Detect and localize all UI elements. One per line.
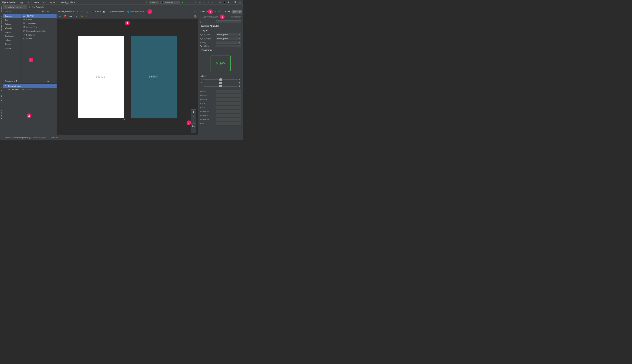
palette-item-switch[interactable]: ◐Switch bbox=[22, 37, 56, 40]
night-icon[interactable]: ◐ bbox=[86, 10, 89, 14]
rail-build-variants[interactable]: Build Variants bbox=[0, 106, 3, 120]
palette-cat-buttons[interactable]: Buttons bbox=[3, 22, 22, 26]
scaley-input[interactable] bbox=[216, 106, 241, 109]
minimize-icon[interactable]: — bbox=[51, 80, 55, 83]
breadcrumb-main[interactable]: main bbox=[33, 1, 40, 4]
palette-item-recyclerview[interactable]: ☰RecyclerView bbox=[22, 25, 56, 29]
code-mode-button[interactable]: ≡Code bbox=[214, 10, 223, 13]
debug-icon[interactable]: 🐞 bbox=[194, 0, 197, 4]
rotation-input[interactable] bbox=[216, 90, 241, 93]
zoom-fit-button[interactable]: 1:1 bbox=[191, 124, 196, 128]
margin-dropdown[interactable]: 0dp bbox=[68, 15, 74, 18]
palette-item-fragmentcontainer[interactable]: ◧FragmentContainerView bbox=[22, 29, 56, 33]
close-icon[interactable]: × bbox=[44, 6, 46, 8]
orientation-icon[interactable]: ⟲ bbox=[80, 10, 84, 14]
translationz-input[interactable] bbox=[216, 118, 241, 121]
help-icon[interactable]: ? bbox=[194, 15, 196, 18]
breadcrumb-project[interactable]: MyApplication bbox=[1, 1, 17, 4]
split-mode-button[interactable]: ⫤Split bbox=[223, 10, 232, 13]
design-mode-button[interactable]: ▦Design bbox=[232, 10, 242, 14]
rail-resource-manager[interactable]: Resource Manager bbox=[0, 14, 3, 33]
tree-constraintlayout[interactable]: ↳ConstraintLayout bbox=[3, 84, 56, 88]
rail-structure[interactable]: Structure bbox=[0, 83, 3, 94]
search-icon[interactable]: 🔍 bbox=[41, 10, 45, 14]
scalex-input[interactable] bbox=[216, 102, 241, 105]
apply-icon[interactable]: ⟲ bbox=[189, 0, 193, 4]
palette-item-textview[interactable]: AbTextView bbox=[22, 14, 56, 18]
attach-icon[interactable]: 🔌 bbox=[206, 0, 210, 4]
layout-height-select[interactable]: match_parent▼ bbox=[216, 37, 241, 40]
surfaces-icon[interactable]: ◈ bbox=[76, 10, 79, 14]
search-icon[interactable]: 🔍 bbox=[234, 0, 237, 4]
tabs-menu-icon[interactable]: ⋮ bbox=[240, 5, 242, 8]
rotation-x-slider[interactable]: x0 bbox=[198, 78, 243, 81]
palette-cat-text[interactable]: Text bbox=[3, 18, 22, 22]
remove-icon[interactable]: − bbox=[239, 25, 241, 27]
zoom-in-button[interactable]: + bbox=[191, 114, 196, 119]
gear-icon[interactable]: ⚙ bbox=[46, 80, 50, 83]
id-input[interactable] bbox=[216, 20, 241, 23]
run-icon[interactable]: ▶ bbox=[180, 0, 184, 4]
rotationy-input[interactable] bbox=[216, 98, 241, 101]
palette-cat-helpers[interactable]: Helpers bbox=[3, 38, 22, 42]
device-dropdown[interactable]: 📱Pixel▼ bbox=[92, 10, 101, 13]
resize-handle-icon[interactable]: ◢ bbox=[124, 118, 125, 120]
add-icon[interactable]: + bbox=[237, 25, 239, 27]
eye-icon[interactable]: 👁 bbox=[58, 14, 62, 18]
palette-cat-containers[interactable]: Containers bbox=[3, 34, 22, 38]
transforms-header[interactable]: ⌄Transforms bbox=[198, 48, 243, 52]
stop-icon[interactable]: ■ bbox=[211, 0, 214, 4]
coverage-icon[interactable]: ◉ bbox=[198, 0, 202, 4]
file-dropdown[interactable]: activity_main.xml▼ bbox=[58, 11, 74, 13]
design-canvas[interactable]: 4 Hello World! ◢ TextView ✋ + − 1:1 ⛶ 7 bbox=[57, 19, 198, 135]
zoom-screen-button[interactable]: ⛶ bbox=[191, 128, 196, 133]
device-dropdown[interactable]: 📱Pixel 4 API 30▼ bbox=[160, 1, 180, 4]
palette-cat-widgets[interactable]: Widgets bbox=[3, 26, 22, 30]
hammer-icon[interactable]: ⚒ bbox=[144, 0, 148, 4]
breadcrumb-src[interactable]: src bbox=[26, 1, 31, 4]
visibility-select[interactable]: ▼ bbox=[216, 41, 241, 44]
design-surface[interactable]: Hello World! ◢ bbox=[78, 36, 124, 118]
app-config-dropdown[interactable]: ▸app▼ bbox=[149, 1, 159, 4]
clear-constraints-icon[interactable]: ✕ bbox=[75, 14, 78, 18]
rotation-z-slider[interactable]: z0 bbox=[198, 84, 243, 88]
breadcrumb-app[interactable]: app bbox=[19, 1, 24, 4]
translationy-input[interactable] bbox=[216, 114, 241, 117]
sdk-icon[interactable]: ⬇ bbox=[226, 0, 230, 4]
palette-cat-layouts[interactable]: Layouts bbox=[3, 30, 22, 34]
rail-bookmarks[interactable]: Bookmarks bbox=[0, 94, 3, 106]
layout-width-select[interactable]: match_parent▼ bbox=[216, 33, 241, 36]
translationx-input[interactable] bbox=[216, 110, 241, 113]
breadcrumb-file[interactable]: activity_main.xml bbox=[60, 1, 78, 4]
locale-dropdown[interactable]: 🌐Default (en-us)▼ bbox=[127, 10, 144, 13]
declared-attrs-header[interactable]: › Declared Attributes +− bbox=[198, 24, 243, 28]
status-view[interactable]: TextView bbox=[50, 137, 58, 139]
sync-icon[interactable]: ⟲ bbox=[218, 0, 222, 4]
magnet-icon[interactable]: 🧲 bbox=[63, 14, 67, 18]
palette-cat-legacy[interactable]: Legacy bbox=[3, 46, 22, 50]
avd-icon[interactable]: 📱 bbox=[222, 0, 226, 4]
settings-icon[interactable]: ⚙ bbox=[238, 0, 242, 4]
gear-icon[interactable]: ⚙ bbox=[46, 10, 50, 14]
minimize-icon[interactable]: — bbox=[51, 10, 55, 14]
guidelines-icon[interactable]: I bbox=[85, 14, 88, 18]
breadcrumb-layout[interactable]: layout bbox=[48, 1, 56, 4]
palette-cat-google[interactable]: Google bbox=[3, 42, 22, 46]
profile-icon[interactable]: ∿ bbox=[202, 0, 206, 4]
rerun-icon[interactable]: ↻ bbox=[185, 0, 188, 4]
palette-item-button[interactable]: ▭Button bbox=[22, 18, 56, 22]
status-class[interactable]: androidx.constraintlayout.widget.Constra… bbox=[5, 137, 46, 139]
palette-cat-common[interactable]: Common bbox=[3, 14, 22, 18]
theme-dropdown[interactable]: 🤖T▼ bbox=[102, 10, 109, 13]
palette-item-imageview[interactable]: 🖼ImageView bbox=[22, 22, 56, 25]
zoom-out-button[interactable]: − bbox=[191, 119, 196, 124]
rotationx-input[interactable] bbox=[216, 94, 241, 97]
rail-project[interactable]: Project bbox=[0, 5, 3, 14]
app-dropdown[interactable]: ◎MyApplication▼ bbox=[110, 10, 126, 13]
palette-item-scrollview[interactable]: ⬍ScrollView bbox=[22, 33, 56, 37]
warning-icon[interactable]: ⚠ bbox=[193, 10, 196, 14]
layout-section-header[interactable]: ⌄Layout bbox=[198, 28, 243, 33]
close-icon[interactable]: × bbox=[23, 6, 25, 8]
tools-visibility-select[interactable]: ▼ bbox=[216, 45, 241, 47]
infer-constraints-icon[interactable]: ✨ bbox=[80, 14, 84, 18]
